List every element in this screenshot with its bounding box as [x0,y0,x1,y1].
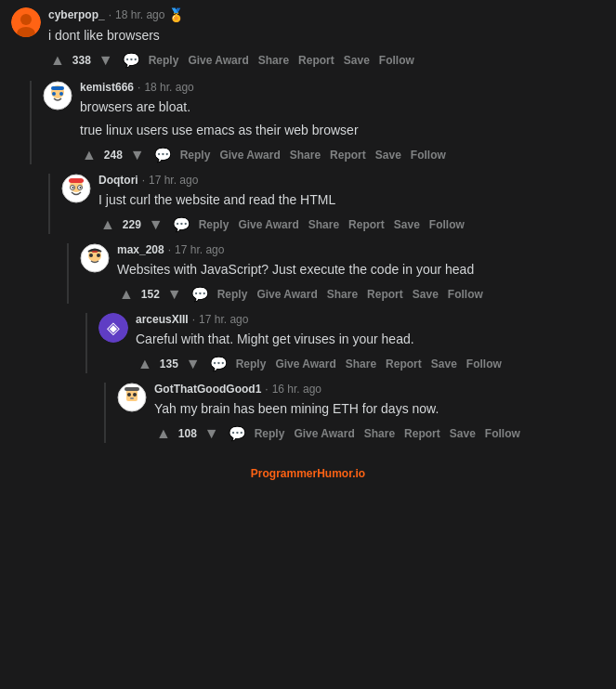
comment-text-kemist666-1: true linux users use emacs as their web … [80,121,605,140]
follow-btn-cyberpop[interactable]: Follow [376,52,417,69]
comment-icon-kemist666: 💬 [154,147,172,163]
dot-separator: · [138,81,140,94]
comment-doqtori: Doqtori·17 hr. agoI just curl the websit… [48,174,605,234]
comment-icon-max_208: 💬 [191,286,209,303]
downvote-btn-kemist666[interactable]: ▼ [128,146,147,164]
avatar-gotthatgood[interactable] [117,383,147,412]
downvote-btn-max_208[interactable]: ▼ [165,285,184,304]
downvote-btn-arceusXIII[interactable]: ▼ [184,355,203,373]
comment-text-cyberpop-0: i dont like browsers [48,26,605,46]
report-btn-kemist666[interactable]: Report [327,147,369,163]
upvote-btn-gotthatgood[interactable]: ▲ [154,424,173,443]
share-btn-cyberpop[interactable]: Share [256,52,292,69]
follow-btn-arceusXIII[interactable]: Follow [464,356,505,372]
svg-rect-19 [92,251,98,253]
avatar-doqtori[interactable] [61,174,91,203]
comment-icon-arceusXIII: 💬 [210,356,228,372]
svg-point-18 [97,254,100,257]
report-btn-doqtori[interactable]: Report [346,216,387,233]
comment-icon-cyberpop: 💬 [123,52,140,69]
avatar-max_208[interactable] [80,243,110,273]
report-btn-arceusXIII[interactable]: Report [383,356,425,372]
give-award-btn-kemist666[interactable]: Give Award [216,147,282,163]
action-bar-cyberpop: ▲338▼💬ReplyGive AwardShareReportSaveFoll… [48,51,605,70]
username-max_208[interactable]: max_208 [117,243,164,256]
svg-rect-24 [125,387,139,391]
avatar-arceusXIII[interactable]: ◈ [98,313,128,343]
svg-text:◈: ◈ [107,318,120,337]
follow-btn-max_208[interactable]: Follow [445,286,486,303]
username-gotthatgood[interactable]: GotThatGoodGood1 [154,383,261,396]
save-btn-doqtori[interactable]: Save [391,216,423,233]
timestamp-gotthatgood: 16 hr. ago [272,383,321,396]
share-btn-gotthatgood[interactable]: Share [361,425,398,442]
svg-point-13 [72,187,74,188]
downvote-btn-cyberpop[interactable]: ▼ [97,51,115,70]
comment-kemist666: kemist666·18 hr. agobrowsers are bloat.t… [30,81,605,164]
upvote-btn-max_208[interactable]: ▲ [117,285,136,304]
downvote-btn-doqtori[interactable]: ▼ [147,215,165,234]
timestamp-cyberpop: 18 hr. ago [115,8,164,21]
save-btn-cyberpop[interactable]: Save [341,52,373,69]
svg-point-17 [89,254,93,257]
award-badge: 🏅 [168,7,184,22]
share-btn-doqtori[interactable]: Share [306,216,342,233]
svg-point-25 [127,393,131,396]
reply-btn-max_208[interactable]: Reply [215,286,251,303]
give-award-btn-arceusXIII[interactable]: Give Award [272,356,338,372]
avatar-kemist666[interactable] [43,81,72,110]
follow-btn-doqtori[interactable]: Follow [426,216,467,233]
follow-btn-gotthatgood[interactable]: Follow [482,425,523,442]
upvote-btn-kemist666[interactable]: ▲ [80,146,98,164]
share-btn-arceusXIII[interactable]: Share [343,356,379,372]
dot-separator: · [265,383,268,396]
reply-btn-arceusXIII[interactable]: Reply [233,356,269,372]
save-btn-gotthatgood[interactable]: Save [447,425,478,442]
vote-count-cyberpop: 338 [71,54,93,67]
action-bar-doqtori: ▲229▼💬ReplyGive AwardShareReportSaveFoll… [98,215,605,234]
follow-btn-kemist666[interactable]: Follow [408,147,449,163]
upvote-btn-arceusXIII[interactable]: ▲ [136,355,154,373]
comment-text-gotthatgood-0: Yah my brain has been mining ETH for day… [154,399,605,419]
dot-separator: · [109,8,111,21]
vote-count-kemist666: 248 [102,149,125,162]
comment-icon-gotthatgood: 💬 [229,425,246,442]
save-btn-max_208[interactable]: Save [410,286,441,303]
action-bar-max_208: ▲152▼💬ReplyGive AwardShareReportSaveFoll… [117,285,605,304]
save-btn-kemist666[interactable]: Save [373,147,404,163]
give-award-btn-gotthatgood[interactable]: Give Award [291,425,357,442]
action-bar-arceusXIII: ▲135▼💬ReplyGive AwardShareReportSaveFoll… [136,355,605,373]
downvote-btn-gotthatgood[interactable]: ▼ [203,424,221,443]
comment-text-doqtori-0: I just curl the website and read the HTM… [98,190,605,210]
reply-btn-cyberpop[interactable]: Reply [146,52,182,69]
action-bar-kemist666: ▲248▼💬ReplyGive AwardShareReportSaveFoll… [80,146,605,164]
username-kemist666[interactable]: kemist666 [80,81,134,94]
reply-btn-kemist666[interactable]: Reply [177,147,214,163]
username-doqtori[interactable]: Doqtori [98,174,138,187]
reply-btn-gotthatgood[interactable]: Reply [252,425,288,442]
save-btn-arceusXIII[interactable]: Save [428,356,460,372]
comment-icon-doqtori: 💬 [173,216,190,233]
report-btn-max_208[interactable]: Report [364,286,406,303]
upvote-btn-doqtori[interactable]: ▲ [98,215,117,234]
timestamp-arceusXIII: 17 hr. ago [199,313,248,326]
username-arceusXIII[interactable]: arceusXIII [136,313,189,326]
share-btn-kemist666[interactable]: Share [287,147,323,163]
svg-rect-5 [51,86,64,90]
share-btn-max_208[interactable]: Share [324,286,360,303]
give-award-btn-cyberpop[interactable]: Give Award [185,52,251,69]
upvote-btn-cyberpop[interactable]: ▲ [48,51,67,70]
give-award-btn-max_208[interactable]: Give Award [254,286,320,303]
timestamp-max_208: 17 hr. ago [175,243,224,256]
comments-container: cyberpop_·18 hr. ago🏅i dont like browser… [0,0,616,460]
comment-text-kemist666-0: browsers are bloat. [80,98,605,117]
avatar-cyberpop[interactable] [11,7,41,37]
give-award-btn-doqtori[interactable]: Give Award [235,216,301,233]
reply-btn-doqtori[interactable]: Reply [196,216,232,233]
svg-point-7 [59,92,63,96]
svg-rect-10 [69,178,84,183]
report-btn-gotthatgood[interactable]: Report [401,425,443,442]
vote-count-doqtori: 229 [121,218,143,231]
report-btn-cyberpop[interactable]: Report [295,52,337,69]
username-cyberpop[interactable]: cyberpop_ [48,8,105,21]
